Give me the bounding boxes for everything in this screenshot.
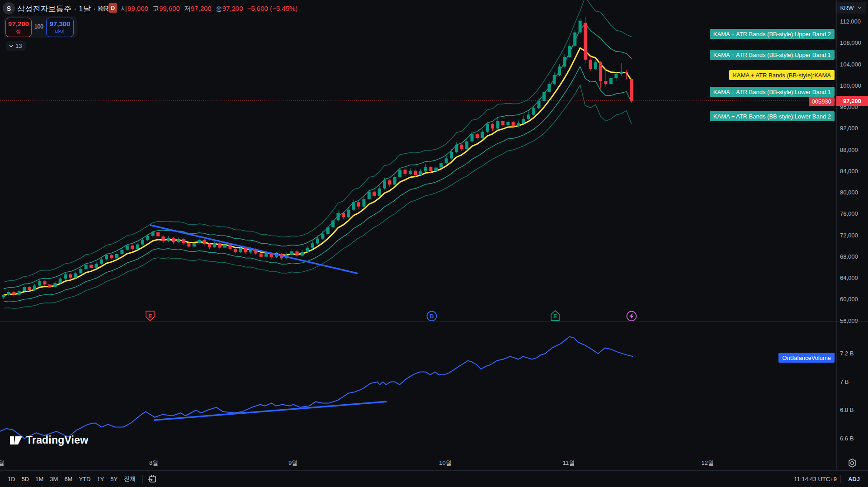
range-button-6m[interactable]: 6M xyxy=(61,474,75,484)
candle-body xyxy=(563,57,566,66)
price-tick-label: 64,000 xyxy=(840,274,858,281)
time-axis-border xyxy=(0,456,868,456)
gear-icon[interactable] xyxy=(847,458,858,468)
indicator-label-pill[interactable]: KAMA + ATR Bands (BB-style):Upper Band 1 xyxy=(710,50,835,60)
chevron-down-icon xyxy=(858,6,862,9)
pane-separator[interactable] xyxy=(0,321,868,322)
time-tick-label: 9월 xyxy=(288,459,297,467)
candle-body xyxy=(620,72,623,74)
time-axis[interactable]: 월8월9월10월11월12월 xyxy=(0,456,868,470)
candle-body xyxy=(393,177,396,185)
candle-body xyxy=(331,220,335,227)
candle-body xyxy=(609,78,613,84)
candle-body xyxy=(368,192,371,199)
clock-display[interactable]: 11:14:43 UTC+9 xyxy=(794,476,837,482)
time-tick-label: 8월 xyxy=(149,459,158,467)
currency-toggle-button[interactable]: KRW xyxy=(835,2,866,14)
candle-body xyxy=(604,81,608,84)
candle-body xyxy=(290,251,293,255)
price-tick-label: 80,000 xyxy=(840,189,858,196)
candle-body xyxy=(28,287,31,290)
obv-line xyxy=(0,337,633,439)
candle-body xyxy=(383,180,386,189)
range-button-ytd[interactable]: YTD xyxy=(75,474,94,484)
sell-button[interactable]: 97,200 셀 xyxy=(5,18,32,37)
candle-body xyxy=(630,79,633,100)
svg-text:E: E xyxy=(148,313,152,320)
earnings-event-icon[interactable]: E xyxy=(551,311,559,321)
candle-body xyxy=(547,84,551,92)
obv-label-pill[interactable]: OnBalanceVolume xyxy=(778,353,835,363)
candle-body xyxy=(481,132,484,138)
buy-label: 바이 xyxy=(55,28,65,35)
range-button-5d[interactable]: 5D xyxy=(19,474,33,484)
toolbar-border xyxy=(0,470,868,471)
indicator-label-pill[interactable]: KAMA + ATR Bands (BB-style):Lower Band 1 xyxy=(710,87,835,97)
price-tick-label: 92,000 xyxy=(840,125,858,132)
adjusted-data-toggle[interactable]: ADJ xyxy=(844,474,863,484)
candle-body xyxy=(223,245,226,248)
indicator-count: 13 xyxy=(15,43,22,49)
range-button-1m[interactable]: 1M xyxy=(32,474,47,484)
price-axis[interactable]: KRW 112,000108,000104,000100,00096,00092… xyxy=(836,0,868,456)
indicator-label-pill[interactable]: KAMA + ATR Bands (BB-style):KAMA xyxy=(729,70,835,80)
candle-body xyxy=(439,163,443,167)
trendline-drawing[interactable] xyxy=(155,402,386,420)
candle-body xyxy=(218,243,222,247)
flash-event-icon[interactable] xyxy=(627,312,637,321)
candle-body xyxy=(476,134,479,138)
candle-body xyxy=(321,234,324,239)
symbol-logo: S xyxy=(3,2,15,14)
indicator-label-pill[interactable]: KAMA + ATR Bands (BB-style):Upper Band 2 xyxy=(710,29,835,39)
candle-body xyxy=(249,249,252,252)
range-button-5y[interactable]: 5Y xyxy=(107,474,121,484)
candle-body xyxy=(7,292,10,295)
candle-body xyxy=(573,33,576,46)
time-tick-label: 12월 xyxy=(701,459,713,467)
indicator-label-pill[interactable]: KAMA + ATR Bands (BB-style):Lower Band 2 xyxy=(710,111,835,121)
delayed-data-badge[interactable]: D xyxy=(108,3,117,13)
go-to-date-icon[interactable] xyxy=(147,474,157,484)
candle-body xyxy=(378,189,381,196)
candle-body xyxy=(326,227,330,234)
range-button-전체[interactable]: 전체 xyxy=(121,473,139,485)
price-tick-label: 112,000 xyxy=(840,18,861,25)
dividend-event-icon[interactable]: D xyxy=(427,312,437,321)
candle-body xyxy=(311,243,314,247)
quantity-field[interactable]: 100 xyxy=(32,24,46,30)
candle-body xyxy=(501,121,505,125)
candle-body xyxy=(342,213,345,217)
candle-body xyxy=(110,255,113,258)
candle-body xyxy=(419,171,422,175)
candle-body xyxy=(362,199,365,207)
candle-body xyxy=(177,239,180,242)
chart-canvas[interactable]: EDE xyxy=(0,0,836,456)
change-value: −5,600 (−5.45%) xyxy=(247,5,298,12)
tradingview-logo[interactable]: TradingView xyxy=(10,434,88,446)
candle-body xyxy=(568,46,571,57)
price-tick-label: 60,000 xyxy=(840,296,858,303)
close-value: 97,200 xyxy=(222,5,243,12)
candle-body xyxy=(373,192,376,196)
price-tick-label: 68,000 xyxy=(840,253,858,260)
range-button-3m[interactable]: 3M xyxy=(47,474,61,484)
buy-button[interactable]: 97,300 바이 xyxy=(46,18,74,37)
earnings-event-icon[interactable]: E xyxy=(146,311,154,321)
candle-body xyxy=(429,167,432,171)
tradingview-logo-text: TradingView xyxy=(26,434,88,446)
price-tag-symbol: 005930 xyxy=(809,97,835,106)
range-button-1y[interactable]: 1Y xyxy=(94,474,107,484)
symbol-title[interactable]: 삼성전자보통주 · 1날 · KRX xyxy=(17,4,114,14)
candle-body xyxy=(589,60,592,69)
toolbar-divider xyxy=(142,475,143,483)
legend-collapse-button[interactable]: 13 xyxy=(6,41,26,51)
candle-body xyxy=(198,240,201,243)
candle-body xyxy=(506,122,509,125)
candle-body xyxy=(542,92,546,101)
range-button-1d[interactable]: 1D xyxy=(5,474,19,484)
candle-body xyxy=(239,248,242,252)
candle-body xyxy=(156,232,160,236)
candle-body xyxy=(161,236,165,241)
candle-body xyxy=(33,286,36,290)
candle-body xyxy=(53,283,57,287)
